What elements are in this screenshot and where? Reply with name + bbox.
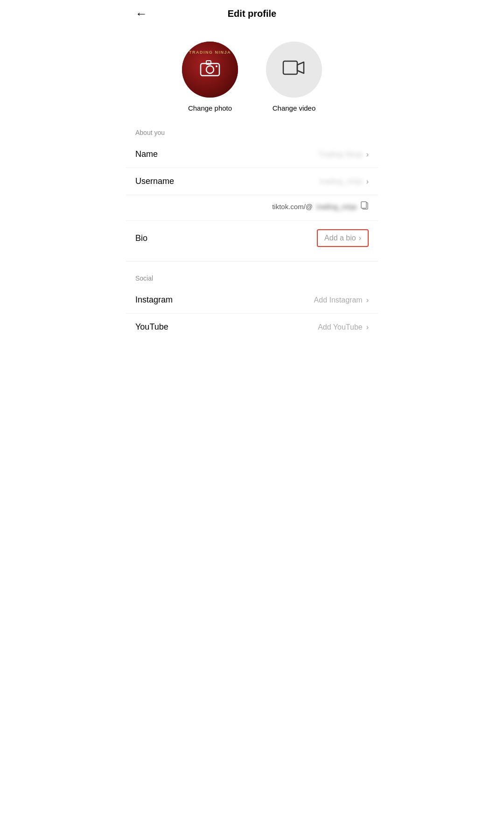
- social-header: Social: [126, 267, 378, 287]
- camera-icon: [200, 59, 220, 81]
- name-row[interactable]: Name Trading Ninja ›: [126, 141, 378, 168]
- back-button[interactable]: ←: [135, 7, 147, 21]
- username-label: Username: [135, 176, 174, 186]
- bio-label: Bio: [135, 233, 147, 243]
- page-title: Edit profile: [228, 8, 276, 19]
- svg-rect-4: [283, 61, 297, 74]
- add-bio-text: Add a bio: [324, 234, 356, 242]
- add-bio-button[interactable]: Add a bio ›: [317, 229, 369, 247]
- youtube-chevron-icon: ›: [366, 323, 369, 331]
- instagram-chevron-icon: ›: [366, 296, 369, 304]
- name-chevron-icon: ›: [366, 150, 369, 159]
- name-value: Trading Ninja: [318, 150, 363, 159]
- instagram-row[interactable]: Instagram Add Instagram ›: [126, 287, 378, 314]
- youtube-row[interactable]: YouTube Add YouTube ›: [126, 314, 378, 340]
- video-icon: [282, 59, 306, 80]
- change-video-button[interactable]: Change video: [266, 42, 322, 112]
- video-placeholder: [266, 42, 322, 98]
- add-youtube-text: Add YouTube: [318, 323, 363, 331]
- tiktok-url-value: trading_ninja: [316, 203, 357, 211]
- name-label: Name: [135, 149, 158, 159]
- youtube-value-container: Add YouTube ›: [318, 323, 369, 331]
- ninja-text-overlay: TRADING NINJA: [189, 50, 231, 55]
- username-chevron-icon: ›: [366, 177, 369, 186]
- svg-rect-6: [361, 202, 366, 208]
- copy-icon[interactable]: [360, 201, 369, 212]
- change-photo-button[interactable]: TRADING NINJA Change photo: [182, 42, 238, 112]
- profile-media-section: TRADING NINJA Change photo Cha: [126, 28, 378, 121]
- instagram-value-container: Add Instagram ›: [314, 296, 369, 304]
- add-instagram-text: Add Instagram: [314, 296, 363, 304]
- bio-chevron-icon: ›: [359, 234, 361, 242]
- social-section: Social Instagram Add Instagram › YouTube…: [126, 267, 378, 340]
- tiktok-url-prefix: tiktok.com/@: [272, 203, 313, 211]
- youtube-label: YouTube: [135, 322, 168, 332]
- about-you-section: About you Name Trading Ninja › Username …: [126, 121, 378, 255]
- name-value-container: Trading Ninja ›: [318, 150, 369, 159]
- profile-photo: TRADING NINJA: [182, 42, 238, 98]
- section-divider: [126, 261, 378, 261]
- username-value: trading_ninja: [320, 177, 363, 186]
- username-value-container: trading_ninja ›: [320, 177, 369, 186]
- change-photo-label: Change photo: [188, 104, 232, 112]
- change-video-label: Change video: [273, 104, 316, 112]
- about-you-header: About you: [126, 121, 378, 141]
- svg-point-3: [216, 65, 217, 67]
- header: ← Edit profile: [126, 0, 378, 28]
- tiktok-url-row: tiktok.com/@ trading_ninja: [126, 195, 378, 220]
- username-row[interactable]: Username trading_ninja ›: [126, 168, 378, 195]
- instagram-label: Instagram: [135, 295, 173, 305]
- svg-point-1: [206, 66, 214, 73]
- bio-row[interactable]: Bio Add a bio ›: [126, 220, 378, 255]
